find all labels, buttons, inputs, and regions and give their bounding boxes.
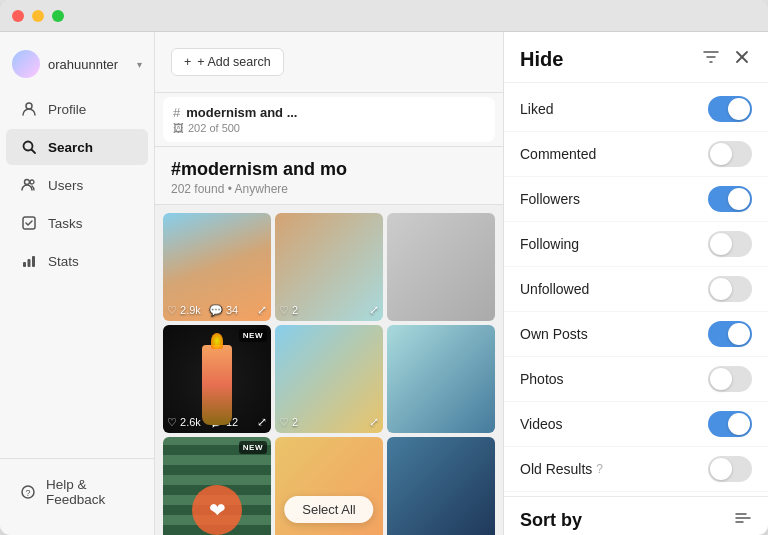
sidebar: orahuunnter ▾ Profile (0, 32, 155, 535)
tasks-icon (20, 214, 38, 232)
svg-point-0 (26, 103, 32, 109)
grid-item-1[interactable]: ♡ 2.9k 💬 34 ⤢ (163, 213, 271, 321)
app-window: orahuunnter ▾ Profile (0, 0, 768, 535)
svg-text:?: ? (25, 488, 30, 498)
search-item-title: # modernism and ... (173, 105, 485, 120)
grid-item-1-comments: 💬 34 (209, 304, 238, 317)
chevron-down-icon: ▾ (137, 59, 142, 70)
title-bar (0, 0, 768, 32)
sidebar-item-help[interactable]: ? Help & Feedback (6, 468, 148, 516)
expand-icon: ⤢ (257, 303, 267, 317)
filter-row-liked: Liked (504, 87, 768, 132)
toggle-knob-liked (728, 98, 750, 120)
toggle-followers[interactable] (708, 186, 752, 212)
add-search-icon: + (184, 55, 191, 69)
sidebar-users-label: Users (48, 178, 83, 193)
toggle-photos[interactable] (708, 366, 752, 392)
sidebar-user[interactable]: orahuunnter ▾ (0, 42, 154, 86)
grid-item-5-likes: ♡ 2 (279, 416, 298, 429)
sidebar-item-stats[interactable]: Stats (6, 243, 148, 279)
username-label: orahuunnter (48, 57, 129, 72)
maximize-button[interactable] (52, 10, 64, 22)
person-icon (20, 100, 38, 118)
filter-section: Liked Commented Followers (504, 83, 768, 496)
grid-wrapper: ♡ 2.9k 💬 34 ⤢ ♡ 2 ⤢ NEW (155, 205, 503, 535)
grid-item-5-actions: ♡ 2 (279, 416, 298, 429)
toggle-videos[interactable] (708, 411, 752, 437)
filter-row-photos: Photos (504, 357, 768, 402)
filter-header-icons (700, 46, 752, 72)
main-content: + + Add search # modernism and ... 🖼 202… (155, 32, 503, 535)
toggle-knob-old-results (710, 458, 732, 480)
filter-label-following: Following (520, 236, 579, 252)
toggle-knob-unfollowed (710, 278, 732, 300)
image-grid: ♡ 2.9k 💬 34 ⤢ ♡ 2 ⤢ NEW (155, 205, 503, 535)
expand-icon-2: ⤢ (369, 303, 379, 317)
filter-row-followers: Followers (504, 177, 768, 222)
search-item-subtitle: 🖼 202 of 500 (173, 122, 485, 134)
svg-rect-7 (28, 259, 31, 267)
toggle-knob-own-posts (728, 323, 750, 345)
main-header: #modernism and mo 202 found • Anywhere (155, 147, 503, 205)
search-list: # modernism and ... 🖼 202 of 500 (155, 93, 503, 147)
grid-item-2-likes: ♡ 2 (279, 304, 298, 317)
sidebar-item-profile[interactable]: Profile (6, 91, 148, 127)
new-badge-4: NEW (239, 329, 267, 342)
page-title: #modernism and mo (171, 159, 487, 180)
filter-label-videos: Videos (520, 416, 563, 432)
filter-row-following: Following (504, 222, 768, 267)
sidebar-item-search[interactable]: Search (6, 129, 148, 165)
select-all-button[interactable]: Select All (284, 496, 373, 523)
image-icon: 🖼 (173, 122, 184, 134)
filter-panel: Hide (503, 32, 768, 535)
expand-icon-4: ⤢ (257, 415, 267, 429)
filter-label-photos: Photos (520, 371, 564, 387)
grid-item-1-likes: ♡ 2.9k (167, 304, 201, 317)
filter-row-commented: Commented (504, 132, 768, 177)
grid-item-7[interactable]: NEW ❤ (163, 437, 271, 535)
sidebar-stats-label: Stats (48, 254, 79, 269)
filter-row-unfollowed: Unfollowed (504, 267, 768, 312)
toggle-old-results[interactable] (708, 456, 752, 482)
svg-line-2 (32, 150, 36, 154)
toggle-knob-videos (728, 413, 750, 435)
grid-item-1-actions: ♡ 2.9k 💬 34 (167, 304, 238, 317)
avatar (12, 50, 40, 78)
sidebar-item-users[interactable]: Users (6, 167, 148, 203)
add-search-button[interactable]: + + Add search (171, 48, 284, 76)
filter-label-old-results: Old Results ? (520, 461, 603, 477)
toggle-commented[interactable] (708, 141, 752, 167)
toggle-own-posts[interactable] (708, 321, 752, 347)
filter-row-own-posts: Own Posts (504, 312, 768, 357)
filter-label-followers: Followers (520, 191, 580, 207)
svg-point-3 (25, 180, 30, 185)
grid-item-9[interactable] (387, 437, 495, 535)
grid-item-5[interactable]: ♡ 2 ⤢ (275, 325, 383, 433)
search-toolbar: + + Add search (155, 32, 503, 93)
grid-item-4[interactable]: NEW ♡ 2.6k 💬 12 ⤢ (163, 325, 271, 433)
close-button[interactable] (12, 10, 24, 22)
search-icon (20, 138, 38, 156)
sidebar-item-tasks[interactable]: Tasks (6, 205, 148, 241)
search-list-item[interactable]: # modernism and ... 🖼 202 of 500 (163, 97, 495, 142)
sidebar-profile-label: Profile (48, 102, 86, 117)
toggle-following[interactable] (708, 231, 752, 257)
toggle-knob-commented (710, 143, 732, 165)
sidebar-bottom: ? Help & Feedback (0, 458, 154, 525)
grid-item-6[interactable] (387, 325, 495, 433)
grid-item-3[interactable] (387, 213, 495, 321)
sort-icon (734, 509, 752, 531)
close-filter-button[interactable] (732, 47, 752, 71)
help-icon: ? (20, 483, 36, 501)
filter-row-old-results: Old Results ? (504, 447, 768, 492)
app-body: orahuunnter ▾ Profile (0, 32, 768, 535)
toggle-unfollowed[interactable] (708, 276, 752, 302)
sidebar-search-label: Search (48, 140, 93, 155)
minimize-button[interactable] (32, 10, 44, 22)
filter-icon-button[interactable] (700, 46, 722, 72)
toggle-liked[interactable] (708, 96, 752, 122)
users-icon (20, 176, 38, 194)
grid-item-2[interactable]: ♡ 2 ⤢ (275, 213, 383, 321)
filter-title: Hide (520, 48, 563, 71)
expand-icon-5: ⤢ (369, 415, 379, 429)
